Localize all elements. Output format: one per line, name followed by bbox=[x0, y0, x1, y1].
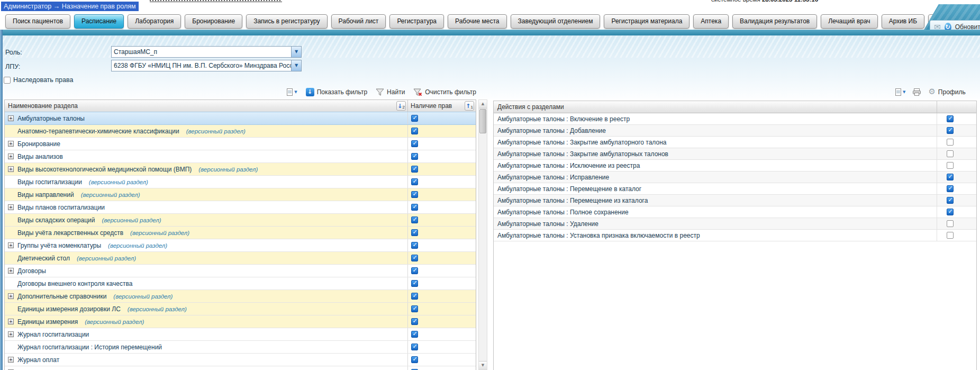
table-row[interactable]: Амбулаторные талоны : Полное сохранение bbox=[494, 206, 976, 218]
expander-icon[interactable]: + bbox=[8, 204, 14, 210]
table-row[interactable]: + Анатомно-терапевтически-химические кла… bbox=[5, 125, 476, 138]
main-tab[interactable]: Запись в регистратуру bbox=[246, 14, 327, 29]
expander-icon[interactable]: + bbox=[8, 293, 14, 299]
table-row[interactable]: + Виды высокотехнологической медицинской… bbox=[5, 163, 476, 176]
action-checkbox[interactable] bbox=[947, 150, 954, 157]
profile-button[interactable]: ⚙ Профиль bbox=[928, 88, 965, 96]
table-row[interactable]: + Диетический стол (версионный раздел) bbox=[5, 252, 476, 265]
rights-checkbox[interactable] bbox=[411, 153, 418, 160]
column-header-section-name[interactable]: Наименование раздела ↓ 2 bbox=[5, 100, 408, 112]
table-row[interactable]: + Виды учёта лекарственных средств (верс… bbox=[5, 227, 476, 239]
table-row[interactable]: + Амбулаторные талоны bbox=[5, 112, 476, 125]
table-row[interactable]: + Договоры внешнего контроля качества bbox=[5, 277, 476, 290]
rights-checkbox[interactable] bbox=[411, 318, 418, 325]
table-row[interactable]: + Единицы измерения дозировки ЛС (версио… bbox=[5, 303, 476, 315]
table-row[interactable]: + bbox=[5, 366, 476, 370]
table-row[interactable]: Амбулаторные талоны : Исправление bbox=[494, 172, 976, 183]
action-checkbox[interactable] bbox=[947, 174, 954, 181]
scroll-down-icon[interactable]: ▼ bbox=[479, 361, 487, 369]
chevron-down-icon[interactable]: ▼ bbox=[291, 47, 301, 57]
action-checkbox[interactable] bbox=[947, 162, 954, 169]
table-row[interactable]: Амбулаторные талоны : Установка признака… bbox=[494, 230, 976, 241]
table-row[interactable]: Амбулаторные талоны : Включение в реестр bbox=[494, 113, 976, 125]
expander-icon[interactable]: + bbox=[8, 154, 14, 159]
action-checkbox[interactable] bbox=[947, 209, 954, 215]
inherit-rights-checkbox[interactable] bbox=[4, 77, 11, 84]
main-tab[interactable]: Валидация результатов bbox=[732, 14, 817, 29]
table-row[interactable]: Амбулаторные талоны : Удаление bbox=[494, 218, 976, 230]
action-checkbox[interactable] bbox=[947, 139, 954, 146]
main-tab[interactable]: Регистрация материала bbox=[604, 14, 689, 29]
main-tab[interactable]: Регистратура bbox=[389, 14, 444, 29]
expander-icon[interactable]: + bbox=[8, 357, 14, 363]
main-tab[interactable]: Рабочий лист bbox=[331, 14, 386, 29]
clear-filter-button[interactable]: Очистить фильтр bbox=[413, 88, 476, 96]
rights-checkbox[interactable] bbox=[411, 280, 418, 287]
expander-icon[interactable]: + bbox=[8, 115, 14, 121]
main-tab[interactable]: Лаборатория bbox=[128, 14, 181, 29]
rights-checkbox[interactable] bbox=[411, 293, 418, 300]
chevron-down-icon[interactable]: ▼ bbox=[291, 60, 301, 71]
columns-menu-button[interactable]: ▼ bbox=[895, 88, 905, 96]
table-row[interactable]: Амбулаторные талоны : Исключение из реес… bbox=[494, 160, 976, 172]
table-row[interactable]: Амбулаторные талоны : Перемещение в ката… bbox=[494, 183, 976, 195]
action-checkbox[interactable] bbox=[947, 232, 954, 239]
table-row[interactable]: + Виды направлений (версионный раздел) bbox=[5, 188, 476, 201]
table-row[interactable]: + Договоры bbox=[5, 265, 476, 277]
sections-table-scrollbar[interactable]: ▲ ▼ bbox=[478, 100, 487, 370]
rights-checkbox[interactable] bbox=[411, 242, 418, 249]
role-select[interactable]: СтаршаяМС_п ▼ bbox=[111, 46, 302, 58]
main-tab[interactable]: Бронирование bbox=[185, 14, 242, 29]
column-header-rights[interactable]: Наличие прав ↑ 1 bbox=[408, 100, 476, 112]
table-row[interactable]: + Бронирование bbox=[5, 138, 476, 150]
expander-icon[interactable]: + bbox=[8, 268, 14, 274]
action-checkbox[interactable] bbox=[947, 185, 954, 192]
rights-checkbox[interactable] bbox=[411, 305, 418, 312]
table-row[interactable]: + Группы учёта номенклатуры (версионный … bbox=[5, 239, 476, 252]
expander-icon[interactable]: + bbox=[8, 141, 14, 147]
table-row[interactable]: + Виды складских операций (версионный ра… bbox=[5, 214, 476, 227]
rights-checkbox[interactable] bbox=[411, 204, 418, 211]
action-checkbox[interactable] bbox=[947, 115, 954, 122]
main-tab[interactable]: Аптека bbox=[693, 14, 729, 29]
show-filter-button[interactable]: ↓ Показать фильтр bbox=[306, 88, 367, 96]
scroll-up-icon[interactable]: ▲ bbox=[479, 100, 487, 109]
rights-checkbox[interactable] bbox=[411, 128, 418, 134]
table-row[interactable]: + Журнал оплат bbox=[5, 354, 476, 366]
expander-icon[interactable]: + bbox=[8, 331, 14, 337]
columns-menu-button[interactable]: ▼ bbox=[287, 88, 297, 96]
table-row[interactable]: + Журнал госпитализации : История переме… bbox=[5, 341, 476, 354]
expander-icon[interactable]: + bbox=[8, 242, 14, 248]
table-row[interactable]: Амбулаторные талоны : Закрытие амбулатор… bbox=[494, 137, 976, 148]
table-row[interactable]: Амбулаторные талоны : Закрытие амбулатор… bbox=[494, 148, 976, 160]
table-row[interactable]: + Журнал госпитализации bbox=[5, 328, 476, 341]
table-row[interactable]: + Виды планов госпитализации bbox=[5, 201, 476, 214]
table-row[interactable]: + Единицы измерения (версионный раздел) bbox=[5, 315, 476, 328]
rights-checkbox[interactable] bbox=[411, 344, 418, 350]
find-button[interactable]: Найти bbox=[376, 88, 405, 96]
table-row[interactable]: Амбулаторные талоны : Добавление bbox=[494, 125, 976, 137]
expander-icon[interactable]: + bbox=[8, 319, 14, 324]
expander-icon[interactable]: + bbox=[8, 166, 14, 172]
rights-checkbox[interactable] bbox=[411, 140, 418, 147]
lpu-select[interactable]: 6238 ФГБУ «НМИЦ ПН им. В.П. Сербского» М… bbox=[111, 60, 302, 71]
main-tab[interactable]: Архив ИБ bbox=[882, 14, 924, 29]
main-tab[interactable]: Расписание bbox=[74, 14, 124, 29]
action-checkbox[interactable] bbox=[947, 127, 954, 134]
main-tab[interactable]: Поиск пациентов bbox=[5, 14, 70, 29]
rights-checkbox[interactable] bbox=[411, 166, 418, 173]
rights-checkbox[interactable] bbox=[411, 356, 418, 363]
table-row[interactable]: + Дополнительные справочники (версионный… bbox=[5, 290, 476, 303]
rights-checkbox[interactable] bbox=[411, 229, 418, 236]
rights-checkbox[interactable] bbox=[411, 331, 418, 338]
sort-desc-2-button[interactable]: ↓ 2 bbox=[396, 101, 406, 111]
table-row[interactable]: + Виды анализов bbox=[5, 150, 476, 163]
main-tab[interactable]: Рабочие места bbox=[448, 14, 506, 29]
main-tab[interactable]: Заведующий отделением bbox=[511, 14, 601, 29]
rights-checkbox[interactable] bbox=[411, 255, 418, 261]
rights-checkbox[interactable] bbox=[411, 267, 418, 274]
rights-checkbox[interactable] bbox=[411, 178, 418, 185]
breadcrumb[interactable]: Администратор → Назначение прав ролям bbox=[1, 2, 139, 11]
rights-checkbox[interactable] bbox=[411, 191, 418, 198]
rights-checkbox[interactable] bbox=[411, 115, 418, 122]
